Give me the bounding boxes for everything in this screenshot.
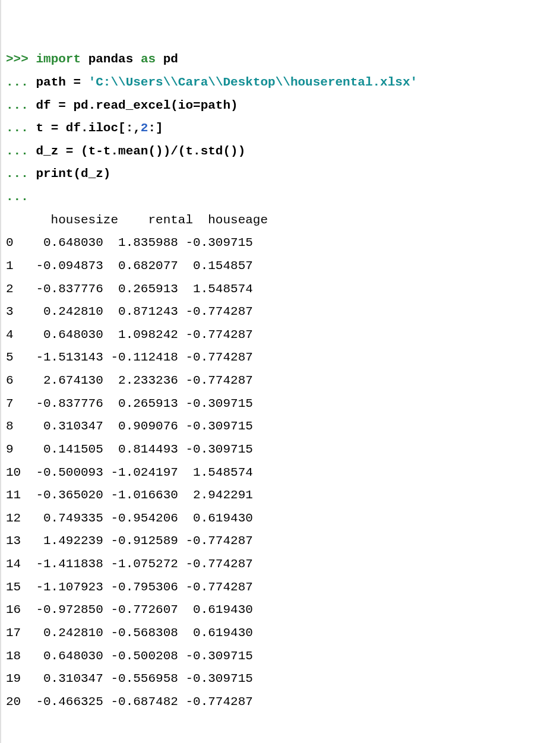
table-row: 6 2.674130 2.233236 -0.774287 [6, 374, 253, 387]
number-literal: 2 [141, 121, 148, 135]
table-row: 16 -0.972850 -0.772607 0.619430 [6, 603, 253, 616]
table-row: 1 -0.094873 0.682077 0.154857 [6, 259, 253, 273]
table-row: 3 0.242810 0.871243 -0.774287 [6, 305, 253, 318]
code-line: d_z = (t-t.mean())/(t.std()) [36, 144, 245, 158]
continuation-symbol: ... [6, 167, 29, 181]
table-row: 18 0.648030 -0.500208 -0.309715 [6, 649, 253, 663]
table-row: 11 -0.365020 -1.016630 2.942291 [6, 488, 253, 502]
table-row: 20 -0.466325 -0.687482 -0.774287 [6, 695, 253, 709]
code-line: :] [148, 121, 163, 135]
repl-output: >>> import pandas as pd ... path = 'C:\\… [6, 48, 555, 713]
table-row: 10 -0.500093 -1.024197 1.548574 [6, 466, 253, 479]
code-line: t = df.iloc[:, [36, 121, 140, 135]
continuation-symbol: ... [6, 99, 29, 112]
continuation-symbol: ... [6, 190, 29, 204]
table-row: 13 1.492239 -0.912589 -0.774287 [6, 534, 253, 548]
keyword-as: as [141, 52, 156, 66]
continuation-symbol: ... [6, 121, 29, 135]
table-row: 19 0.310347 -0.556958 -0.309715 [6, 672, 253, 685]
table-row: 4 0.648030 1.098242 -0.774287 [6, 328, 253, 342]
table-row: 12 0.749335 -0.954206 0.619430 [6, 511, 253, 525]
table-header: housesize rental houseage [6, 213, 276, 227]
code-line: df = pd.read_excel(io=path) [36, 99, 238, 112]
keyword-import: import [36, 52, 81, 66]
code-line: path = [36, 75, 88, 89]
table-row: 2 -0.837776 0.265913 1.548574 [6, 282, 253, 296]
alias-name: pd [156, 52, 178, 66]
prompt-symbol: >>> [6, 52, 29, 66]
table-row: 9 0.141505 0.814493 -0.309715 [6, 442, 253, 456]
string-literal: 'C:\\Users\\Cara\\Desktop\\houserental.x… [88, 75, 418, 89]
continuation-symbol: ... [6, 144, 29, 158]
table-row: 15 -1.107923 -0.795306 -0.774287 [6, 580, 253, 594]
table-row: 17 0.242810 -0.568308 0.619430 [6, 626, 253, 640]
module-name: pandas [81, 52, 141, 66]
table-row: 8 0.310347 0.909076 -0.309715 [6, 419, 253, 433]
code-line: print(d_z) [36, 167, 110, 181]
table-row: 5 -1.513143 -0.112418 -0.774287 [6, 350, 253, 364]
table-row: 7 -0.837776 0.265913 -0.309715 [6, 397, 253, 410]
continuation-symbol: ... [6, 75, 29, 89]
table-row: 0 0.648030 1.835988 -0.309715 [6, 236, 253, 249]
table-row: 14 -1.411838 -1.075272 -0.774287 [6, 557, 253, 571]
